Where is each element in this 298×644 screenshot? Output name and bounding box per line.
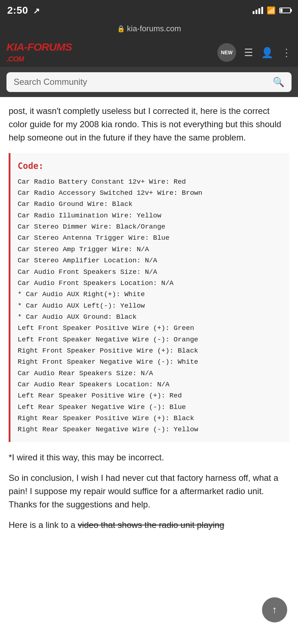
signal-icon xyxy=(253,7,263,14)
battery-icon xyxy=(279,8,291,13)
link-text: Here is a link to a video that shows the… xyxy=(9,518,289,532)
status-time: 2:50 ↗ xyxy=(7,5,40,16)
wifi-icon: 📶 xyxy=(267,6,276,15)
site-logo[interactable]: KIA-FORUMS .COM xyxy=(6,42,212,63)
main-content: post, it wasn't completly useless but I … xyxy=(0,97,298,539)
code-content: Car Radio Battery Constant 12v+ Wire: Re… xyxy=(18,176,282,436)
strikethrough-link[interactable]: video that shows the radio unit playing xyxy=(78,520,224,530)
nav-icons: NEW ☰ 👤 ⋮ xyxy=(217,43,292,62)
browser-url[interactable]: 🔒 kia-forums.com xyxy=(117,24,181,33)
note-text: *I wired it this way, this may be incorr… xyxy=(9,451,289,464)
nav-bar: KIA-FORUMS .COM NEW ☰ 👤 ⋮ xyxy=(0,38,298,67)
status-bar: 2:50 ↗ 📶 xyxy=(0,0,298,19)
location-icon: ↗ xyxy=(33,6,40,15)
search-icon: 🔍 xyxy=(273,77,284,88)
search-input-container[interactable]: Search Community 🔍 xyxy=(6,72,292,92)
status-icons: 📶 xyxy=(253,6,291,15)
lock-icon: 🔒 xyxy=(117,25,125,33)
browser-bar: 🔒 kia-forums.com xyxy=(0,19,298,38)
code-label: Code: xyxy=(18,160,282,173)
scroll-to-top-button[interactable]: ↑ xyxy=(262,597,287,622)
menu-icon[interactable]: ☰ xyxy=(244,47,253,59)
user-icon[interactable]: 👤 xyxy=(261,47,274,59)
search-bar: Search Community 🔍 xyxy=(0,67,298,97)
new-messages-button[interactable]: NEW xyxy=(217,43,236,62)
intro-text: post, it wasn't completly useless but I … xyxy=(9,104,289,144)
logo-container: KIA-FORUMS .COM xyxy=(6,42,212,63)
conclusion-text: So in conclusion, I wish I had never cut… xyxy=(9,471,289,511)
more-options-icon[interactable]: ⋮ xyxy=(281,47,292,59)
search-placeholder: Search Community xyxy=(14,77,268,87)
code-block: Code: Car Radio Battery Constant 12v+ Wi… xyxy=(9,153,289,442)
